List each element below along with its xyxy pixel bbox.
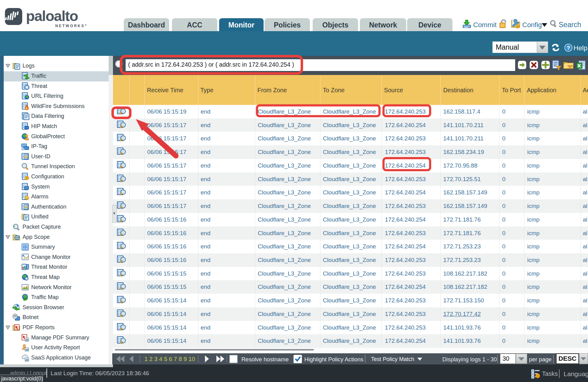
svg-text:?: ? — [567, 45, 570, 51]
